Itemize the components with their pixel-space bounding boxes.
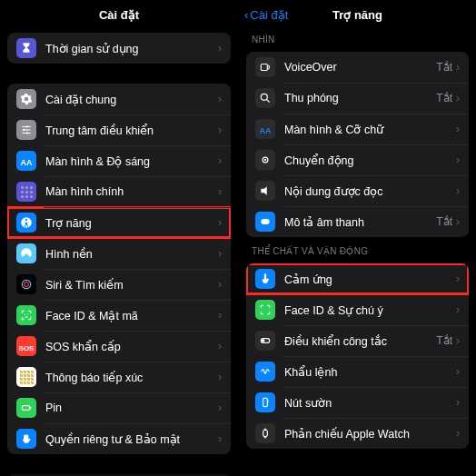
wallpaper-row[interactable]: Hình nền › bbox=[7, 238, 231, 269]
sos-row[interactable]: SOS khẩn cấp › bbox=[7, 331, 231, 362]
chevron-right-icon: › bbox=[218, 185, 222, 198]
apple-watch-mirror-row[interactable]: Phản chiếu Apple Watch › bbox=[246, 418, 469, 449]
screen-time-row[interactable]: Thời gian sử dụng › bbox=[7, 33, 231, 64]
row-label: Quyền riêng tư & Bảo mật bbox=[45, 432, 214, 446]
hand-icon bbox=[16, 429, 36, 449]
row-value: Tắt bbox=[436, 61, 452, 74]
chevron-right-icon: › bbox=[456, 396, 460, 409]
side-button-icon bbox=[255, 392, 275, 412]
row-value: Tắt bbox=[436, 92, 452, 104]
chevron-right-icon: › bbox=[456, 334, 460, 347]
chevron-right-icon: › bbox=[218, 371, 222, 383]
chevron-right-icon: › bbox=[456, 365, 460, 378]
zoom-row[interactable]: Thu phóng Tắt › bbox=[246, 83, 469, 114]
motion-row[interactable]: Chuyển động › bbox=[246, 144, 469, 175]
voice-control-row[interactable]: Khẩu lệnh › bbox=[246, 356, 469, 387]
svg-point-0 bbox=[26, 125, 28, 127]
chevron-right-icon: › bbox=[456, 215, 460, 228]
svg-point-4 bbox=[25, 219, 27, 221]
chevron-right-icon: › bbox=[456, 303, 460, 316]
sos-icon bbox=[16, 336, 36, 356]
accessibility-row[interactable]: Trợ năng › bbox=[7, 207, 231, 238]
row-label: Phản chiếu Apple Watch bbox=[284, 427, 452, 441]
row-label: Mô tả âm thanh bbox=[284, 215, 431, 229]
chevron-right-icon: › bbox=[456, 154, 460, 166]
general-group: Cài đặt chung › Trung tâm điều khiển › M… bbox=[7, 84, 231, 454]
chevron-right-icon: › bbox=[218, 247, 222, 260]
privacy-row[interactable]: Quyền riêng tư & Bảo mật › bbox=[7, 423, 231, 454]
row-label: Nội dung được đọc bbox=[284, 184, 452, 198]
svg-point-14 bbox=[264, 159, 266, 161]
section-physical-label: THỂ CHẤT VÀ VẬN ĐỘNG bbox=[239, 241, 476, 260]
home-screen-row[interactable]: Màn hình chính › bbox=[7, 176, 231, 207]
touch-row[interactable]: Cảm ứng › bbox=[246, 263, 469, 294]
svg-rect-20 bbox=[263, 431, 268, 437]
chevron-right-icon: › bbox=[456, 427, 460, 440]
home-grid-icon bbox=[16, 182, 36, 202]
accessibility-pane: ‹ Cài đặt Trợ năng NHÌN VoiceOver Tắt › … bbox=[238, 0, 476, 476]
chevron-right-icon: › bbox=[218, 93, 222, 105]
display-text-row[interactable]: Màn hình & Cỡ chữ › bbox=[246, 114, 469, 144]
faceid-attention-row[interactable]: Face ID & Sự chú ý › bbox=[246, 294, 469, 325]
row-value: Tắt bbox=[436, 215, 452, 228]
brightness-icon bbox=[16, 151, 36, 171]
faceid-row[interactable]: Face ID & Mật mã › bbox=[7, 300, 231, 331]
watch-icon bbox=[255, 423, 275, 443]
row-label: Siri & Tìm kiếm bbox=[45, 278, 214, 292]
audio-description-row[interactable]: Mô tả âm thanh Tắt › bbox=[246, 206, 469, 237]
exposure-icon bbox=[16, 367, 36, 387]
display-row[interactable]: Màn hình & Độ sáng › bbox=[7, 145, 231, 176]
back-button[interactable]: ‹ Cài đặt bbox=[244, 8, 288, 22]
back-label: Cài đặt bbox=[250, 8, 288, 22]
speech-icon bbox=[255, 181, 275, 201]
screen-time-group: Thời gian sử dụng › bbox=[7, 33, 231, 64]
section-vision-label: NHÌN bbox=[239, 29, 476, 48]
row-label: Điều khiển công tắc bbox=[284, 334, 431, 348]
wallpaper-icon bbox=[16, 243, 36, 263]
chevron-right-icon: › bbox=[456, 184, 460, 197]
svg-rect-9 bbox=[22, 406, 29, 411]
svg-point-7 bbox=[25, 313, 25, 314]
control-center-row[interactable]: Trung tâm điều khiển › bbox=[7, 114, 231, 145]
faceid-icon bbox=[16, 305, 36, 325]
row-label: Chuyển động bbox=[284, 154, 452, 167]
siri-row[interactable]: Siri & Tìm kiếm › bbox=[7, 269, 231, 300]
header: Cài đặt bbox=[0, 0, 238, 29]
audio-desc-icon bbox=[255, 212, 275, 232]
text-size-icon bbox=[255, 119, 275, 139]
chevron-right-icon: › bbox=[218, 154, 222, 167]
switch-control-row[interactable]: Điều khiển công tắc Tắt › bbox=[246, 325, 469, 356]
physical-group: Cảm ứng › Face ID & Sự chú ý › Điều khiể… bbox=[246, 263, 469, 449]
battery-row[interactable]: Pin › bbox=[7, 392, 231, 423]
hourglass-icon bbox=[16, 38, 36, 58]
general-row[interactable]: Cài đặt chung › bbox=[7, 84, 231, 114]
svg-point-17 bbox=[262, 339, 265, 342]
vision-group: VoiceOver Tắt › Thu phóng Tắt › Màn hình… bbox=[246, 52, 469, 237]
row-label: Trung tâm điều khiển bbox=[45, 124, 214, 137]
chevron-right-icon: › bbox=[456, 273, 460, 285]
gear-icon bbox=[16, 89, 36, 109]
chevron-right-icon: › bbox=[456, 61, 460, 74]
voiceover-row[interactable]: VoiceOver Tắt › bbox=[246, 52, 469, 83]
row-label: SOS khẩn cấp bbox=[45, 340, 214, 353]
svg-rect-18 bbox=[263, 398, 268, 406]
accessibility-icon bbox=[16, 213, 36, 233]
row-label: Thông báo tiếp xúc bbox=[45, 371, 214, 384]
side-button-row[interactable]: Nút sườn › bbox=[246, 387, 469, 418]
svg-rect-21 bbox=[264, 429, 266, 430]
exposure-row[interactable]: Thông báo tiếp xúc › bbox=[7, 362, 231, 392]
sliders-icon bbox=[16, 120, 36, 140]
header: ‹ Cài đặt Trợ năng bbox=[239, 0, 476, 29]
row-label: VoiceOver bbox=[284, 61, 431, 74]
chevron-right-icon: › bbox=[218, 309, 222, 322]
chevron-right-icon: › bbox=[218, 42, 222, 55]
row-label: Face ID & Sự chú ý bbox=[284, 303, 452, 317]
touch-icon bbox=[255, 269, 275, 289]
chevron-right-icon: › bbox=[218, 216, 222, 229]
row-label: Pin bbox=[45, 402, 214, 414]
svg-point-5 bbox=[22, 280, 30, 288]
voice-icon bbox=[255, 362, 275, 382]
svg-rect-19 bbox=[267, 401, 268, 402]
page-title: Cài đặt bbox=[99, 8, 139, 22]
spoken-content-row[interactable]: Nội dung được đọc › bbox=[246, 175, 469, 206]
